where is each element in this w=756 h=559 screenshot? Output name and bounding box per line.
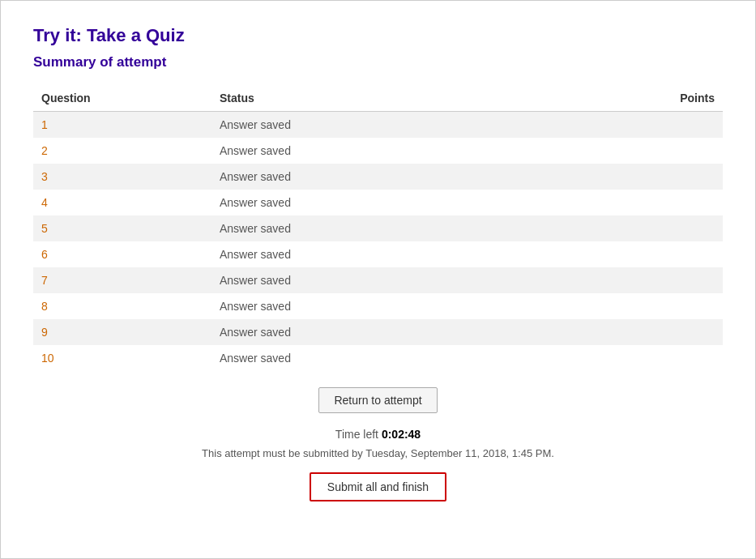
timer-value: 0:02:48 [382,428,421,441]
question-status: Answer saved [211,293,495,319]
question-status: Answer saved [211,215,495,241]
question-points [495,138,723,164]
table-row: 7Answer saved [33,267,723,293]
table-row: 9Answer saved [33,319,723,345]
question-points [495,319,723,345]
question-number[interactable]: 5 [33,215,211,241]
table-row: 5Answer saved [33,215,723,241]
timer-label: Time left [335,428,382,441]
col-header-question: Question [33,85,211,112]
table-row: 3Answer saved [33,164,723,190]
question-number[interactable]: 8 [33,293,211,319]
question-status: Answer saved [211,267,495,293]
table-row: 1Answer saved [33,112,723,139]
question-number[interactable]: 2 [33,138,211,164]
col-header-points: Points [495,85,723,112]
summary-table: Question Status Points 1Answer saved2Ans… [33,85,723,371]
table-row: 8Answer saved [33,293,723,319]
table-row: 2Answer saved [33,138,723,164]
question-number[interactable]: 1 [33,112,211,139]
question-points [495,293,723,319]
question-points [495,190,723,215]
question-points [495,112,723,139]
question-points [495,215,723,241]
question-status: Answer saved [211,112,495,139]
question-status: Answer saved [211,138,495,164]
question-number[interactable]: 10 [33,345,211,371]
question-points [495,267,723,293]
col-header-status: Status [211,85,495,112]
return-button-row: Return to attempt [33,387,723,413]
question-points [495,345,723,371]
deadline-row: This attempt must be submitted by Tuesda… [33,447,723,459]
question-points [495,241,723,267]
timer-row: Time left 0:02:48 [33,428,723,441]
submit-row: Submit all and finish [33,472,723,501]
question-points [495,164,723,190]
table-row: 10Answer saved [33,345,723,371]
question-status: Answer saved [211,164,495,190]
question-number[interactable]: 6 [33,241,211,267]
question-status: Answer saved [211,190,495,215]
question-status: Answer saved [211,345,495,371]
page-title: Try it: Take a Quiz [33,25,723,46]
question-status: Answer saved [211,241,495,267]
question-number[interactable]: 9 [33,319,211,345]
question-number[interactable]: 3 [33,164,211,190]
section-title: Summary of attempt [33,54,723,70]
submit-all-button[interactable]: Submit all and finish [310,472,446,501]
return-to-attempt-button[interactable]: Return to attempt [318,387,437,413]
question-number[interactable]: 4 [33,190,211,215]
table-row: 6Answer saved [33,241,723,267]
question-number[interactable]: 7 [33,267,211,293]
table-row: 4Answer saved [33,190,723,215]
page-container: Try it: Take a Quiz Summary of attempt Q… [0,0,756,559]
question-status: Answer saved [211,319,495,345]
